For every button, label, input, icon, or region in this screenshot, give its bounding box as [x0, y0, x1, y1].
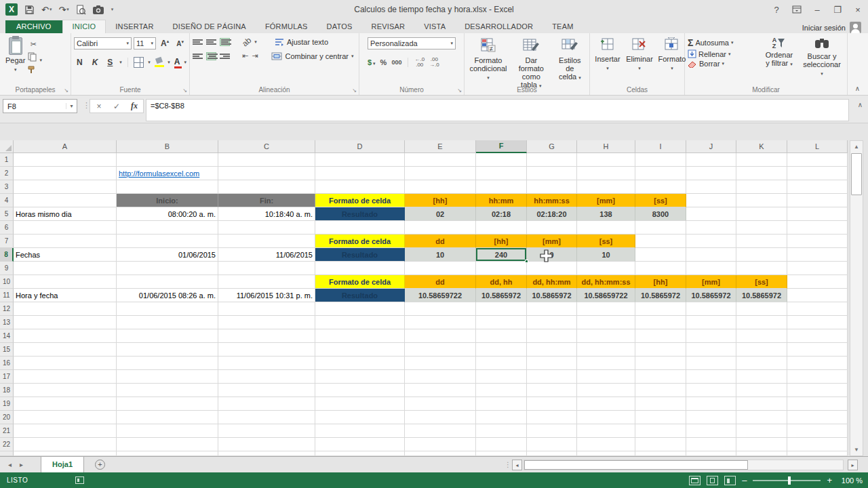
font-dialog-launcher-icon[interactable]: ↘ — [182, 87, 187, 94]
cell-G16[interactable] — [527, 357, 577, 370]
underline-button[interactable]: S — [104, 58, 115, 67]
ribbon-tab-archivo[interactable]: ARCHIVO — [5, 20, 62, 33]
column-header-F[interactable]: F — [476, 140, 527, 153]
align-center-icon[interactable] — [206, 52, 216, 60]
cell-B18[interactable] — [117, 384, 218, 397]
align-middle-icon[interactable] — [206, 39, 216, 45]
cell-D13[interactable] — [315, 316, 405, 329]
cell-C9[interactable] — [218, 262, 315, 275]
cell-D18[interactable] — [315, 384, 405, 397]
cell-C5[interactable]: 10:18:40 a. m. — [218, 207, 315, 221]
copy-icon[interactable]: ▾ — [28, 52, 42, 63]
cell-L14[interactable] — [787, 329, 848, 343]
cell-F13[interactable] — [476, 316, 527, 329]
undo-dropdown-icon[interactable]: ▾ — [50, 7, 52, 12]
cell-J11[interactable]: 10.5865972 — [686, 289, 736, 302]
merge-center-button[interactable]: Combinar y centrar ▾ — [271, 52, 353, 60]
hscroll-right-icon[interactable]: ▸ — [848, 460, 858, 470]
cell-J16[interactable] — [686, 357, 736, 370]
cell-H17[interactable] — [577, 370, 635, 384]
cell-E14[interactable] — [405, 329, 476, 343]
cell-F8[interactable]: 240 — [476, 248, 527, 262]
cell-I4[interactable]: [ss] — [635, 194, 686, 207]
cell-C14[interactable] — [218, 329, 315, 343]
row-header-18[interactable]: 18 — [0, 384, 14, 397]
select-all-corner[interactable] — [0, 140, 14, 153]
ribbon-tab-dise-o-de-p-gina[interactable]: DISEÑO DE PÁGINA — [163, 20, 256, 33]
cell-K20[interactable] — [736, 411, 787, 424]
cell-B13[interactable] — [117, 316, 218, 329]
cell-K4[interactable] — [736, 194, 787, 207]
ribbon-tab-vista[interactable]: VISTA — [414, 20, 455, 33]
row-header-5[interactable]: 5 — [0, 207, 14, 221]
scroll-up-icon[interactable]: ▲ — [850, 141, 863, 152]
cell-J1[interactable] — [686, 153, 736, 167]
cell-I18[interactable] — [635, 384, 686, 397]
cell-B6[interactable] — [117, 221, 218, 235]
cell-H15[interactable] — [577, 343, 635, 357]
customize-qat-icon[interactable]: ▾ — [111, 7, 114, 12]
cell-F15[interactable] — [476, 343, 527, 357]
cell-B9[interactable] — [117, 262, 218, 275]
cell-G15[interactable] — [527, 343, 577, 357]
cell-G17[interactable] — [527, 370, 577, 384]
row-header-20[interactable]: 20 — [0, 411, 14, 424]
cell-I22[interactable] — [635, 438, 686, 451]
zoom-slider-thumb[interactable] — [788, 476, 791, 485]
row-header-11[interactable]: 11 — [0, 289, 14, 302]
cell-J23[interactable] — [686, 451, 736, 456]
page-layout-view-icon[interactable] — [707, 476, 718, 485]
row-header-1[interactable]: 1 — [0, 153, 14, 167]
cell-L12[interactable] — [787, 302, 848, 316]
cell-K6[interactable] — [736, 221, 787, 235]
cell-L18[interactable] — [787, 384, 848, 397]
redo-button[interactable]: ↷▾ — [58, 5, 68, 15]
wrap-text-button[interactable]: Ajustar texto — [275, 38, 328, 46]
cell-J17[interactable] — [686, 370, 736, 384]
cell-G1[interactable] — [527, 153, 577, 167]
cell-H12[interactable] — [577, 302, 635, 316]
format-as-table-button[interactable]: Dar formatocomo tabla ▾ — [511, 36, 552, 84]
paste-button[interactable]: Pegar▾ — [3, 36, 28, 75]
cell-H9[interactable] — [577, 262, 635, 275]
cell-F3[interactable] — [476, 180, 527, 194]
cell-L22[interactable] — [787, 438, 848, 451]
cell-G18[interactable] — [527, 384, 577, 397]
cell-E23[interactable] — [405, 451, 476, 456]
help-button[interactable]: ? — [766, 0, 787, 19]
increase-decimal-icon[interactable]: ←.0.00 — [414, 57, 425, 68]
cell-J13[interactable] — [686, 316, 736, 329]
shrink-font-icon[interactable]: A▾ — [174, 39, 186, 47]
cell-G7[interactable]: [mm] — [527, 235, 577, 248]
ribbon-tab-insertar[interactable]: INSERTAR — [106, 20, 163, 33]
vertical-scrollbar-thumb[interactable] — [851, 153, 862, 195]
cell-F20[interactable] — [476, 411, 527, 424]
cell-L6[interactable] — [787, 221, 848, 235]
sort-filter-button[interactable]: AZ Ordenary filtrar ▾ — [759, 36, 800, 79]
grow-font-icon[interactable]: A▴ — [158, 39, 172, 48]
cell-J15[interactable] — [686, 343, 736, 357]
cell-K2[interactable] — [736, 167, 787, 180]
vertical-scrollbar[interactable]: ▲ ▼ — [850, 140, 863, 456]
cell-D1[interactable] — [315, 153, 405, 167]
cell-B14[interactable] — [117, 329, 218, 343]
cell-K7[interactable] — [736, 235, 787, 248]
cell-J3[interactable] — [686, 180, 736, 194]
cell-E5[interactable]: 02 — [405, 207, 476, 221]
cell-E22[interactable] — [405, 438, 476, 451]
cell-J7[interactable] — [686, 235, 736, 248]
cell-A9[interactable] — [14, 262, 117, 275]
redo-dropdown-icon[interactable]: ▾ — [66, 7, 69, 12]
cell-L7[interactable] — [787, 235, 848, 248]
increase-indent-icon[interactable]: ⇥ — [252, 52, 258, 60]
cell-H5[interactable]: 138 — [577, 207, 635, 221]
cell-E4[interactable]: [hh] — [405, 194, 476, 207]
sheet-prev-icon[interactable]: ◂ — [0, 461, 20, 468]
cell-C18[interactable] — [218, 384, 315, 397]
ribbon-tab-revisar[interactable]: REVISAR — [362, 20, 415, 33]
cell-J19[interactable] — [686, 397, 736, 411]
cell-A7[interactable] — [14, 235, 117, 248]
cell-I12[interactable] — [635, 302, 686, 316]
cell-E15[interactable] — [405, 343, 476, 357]
cell-E19[interactable] — [405, 397, 476, 411]
